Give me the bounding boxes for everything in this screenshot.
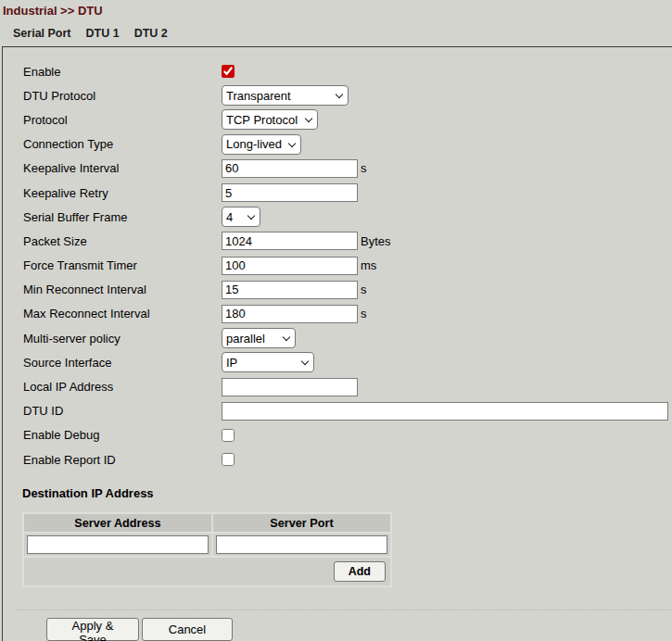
destination-ip-heading: Destination IP Address — [21, 486, 672, 500]
row-serial-buffer-frame: Serial Buffer Frame 4 — [21, 205, 672, 229]
local-ip-address-input[interactable] — [222, 378, 358, 396]
action-bar: Apply & Save Cancel — [46, 618, 672, 641]
row-force-transmit-timer: Force Transmit Timer ms — [21, 254, 672, 278]
table-header-row: Server Address Server Port — [24, 514, 390, 532]
content-panel: Enable DTU Protocol Transparent Protocol… — [2, 46, 672, 641]
serial-buffer-frame-label: Serial Buffer Frame — [21, 210, 222, 224]
row-dtu-protocol: DTU Protocol Transparent — [21, 83, 672, 107]
cancel-button[interactable]: Cancel — [142, 618, 233, 641]
server-address-header: Server Address — [24, 514, 211, 532]
enable-debug-checkbox[interactable] — [222, 429, 235, 442]
server-port-input[interactable] — [216, 535, 387, 554]
tab-dtu-1[interactable]: DTU 1 — [86, 27, 120, 40]
connection-type-label: Connection Type — [21, 137, 222, 151]
tab-serial-port[interactable]: Serial Port — [13, 27, 71, 40]
packet-size-label: Packet Size — [21, 234, 222, 248]
max-reconnect-interval-label: Max Reconnect Interval — [21, 307, 222, 320]
table-add-row: Add — [24, 558, 390, 585]
row-multi-server-policy: Multi-server policy parallel — [21, 326, 672, 350]
local-ip-address-label: Local IP Address — [21, 380, 222, 394]
dtu-protocol-label: DTU Protocol — [21, 89, 222, 103]
row-connection-type: Connection Type Long-lived — [21, 132, 672, 157]
source-interface-select[interactable]: IP — [222, 352, 314, 372]
enable-report-id-label: Enable Report ID — [21, 453, 222, 467]
enable-checkbox[interactable] — [222, 65, 235, 78]
serial-buffer-frame-select[interactable]: 4 — [222, 207, 260, 227]
enable-label: Enable — [21, 65, 222, 79]
keepalive-retry-input[interactable] — [222, 183, 358, 202]
packet-size-input[interactable] — [222, 232, 358, 250]
multi-server-policy-label: Multi-server policy — [21, 332, 222, 346]
tab-bar: Serial Port DTU 1 DTU 2 — [0, 18, 672, 46]
min-reconnect-interval-input[interactable] — [222, 281, 358, 299]
multi-server-policy-select[interactable]: parallel — [222, 328, 296, 348]
row-local-ip-address: Local IP Address — [21, 374, 672, 398]
row-enable-report-id: Enable Report ID — [21, 447, 672, 471]
apply-save-button[interactable]: Apply & Save — [46, 618, 139, 641]
row-dtu-id: DTU ID — [21, 399, 672, 423]
dtu-id-label: DTU ID — [21, 404, 222, 418]
dtu-id-input[interactable] — [222, 402, 668, 421]
protocol-select[interactable]: TCP Protocol — [222, 109, 318, 130]
keepalive-interval-unit: s — [361, 161, 367, 175]
max-reconnect-interval-unit: s — [361, 307, 367, 320]
row-packet-size: Packet Size Bytes — [21, 229, 672, 253]
row-max-reconnect-interval: Max Reconnect Interval s — [21, 302, 672, 326]
row-min-reconnect-interval: Min Reconnect Interval s — [21, 278, 672, 302]
force-transmit-timer-unit: ms — [361, 258, 376, 272]
row-keepalive-retry: Keepalive Retry — [21, 181, 672, 205]
server-port-header: Server Port — [213, 514, 390, 532]
keepalive-interval-label: Keepalive Interval — [21, 161, 222, 175]
force-transmit-timer-label: Force Transmit Timer — [21, 258, 222, 272]
packet-size-unit: Bytes — [361, 234, 391, 248]
dtu-protocol-select[interactable]: Transparent — [222, 85, 349, 106]
max-reconnect-interval-input[interactable] — [222, 305, 358, 323]
destination-ip-table: Server Address Server Port Add — [22, 512, 392, 587]
row-keepalive-interval: Keepalive Interval s — [21, 157, 672, 181]
row-source-interface: Source Interface IP — [21, 350, 672, 374]
row-enable: Enable — [21, 59, 672, 83]
add-button[interactable]: Add — [334, 561, 386, 582]
enable-report-id-checkbox[interactable] — [222, 453, 235, 466]
table-input-row — [24, 534, 390, 556]
separator — [16, 610, 672, 610]
min-reconnect-interval-label: Min Reconnect Interval — [21, 283, 222, 296]
row-protocol: Protocol TCP Protocol — [21, 107, 672, 132]
server-address-input[interactable] — [27, 535, 209, 554]
row-enable-debug: Enable Debug — [21, 423, 672, 447]
keepalive-retry-label: Keepalive Retry — [21, 186, 222, 200]
source-interface-label: Source Interface — [21, 356, 222, 370]
protocol-label: Protocol — [21, 113, 222, 127]
tab-dtu-2[interactable]: DTU 2 — [134, 27, 168, 40]
enable-debug-label: Enable Debug — [21, 428, 222, 442]
connection-type-select[interactable]: Long-lived — [222, 134, 301, 155]
min-reconnect-interval-unit: s — [361, 283, 367, 296]
breadcrumb: Industrial >> DTU — [0, 0, 672, 18]
force-transmit-timer-input[interactable] — [222, 257, 358, 275]
keepalive-interval-input[interactable] — [222, 159, 358, 178]
